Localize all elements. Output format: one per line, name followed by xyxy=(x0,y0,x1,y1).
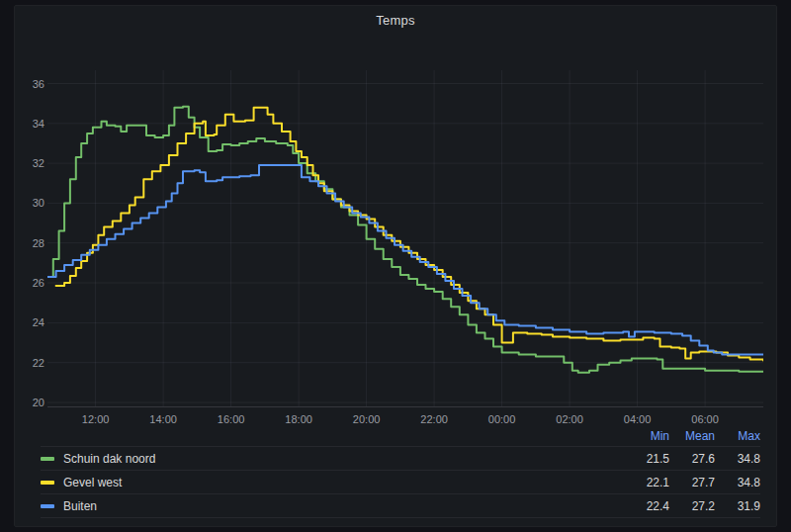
legend-min-value: 22.4 xyxy=(624,499,669,513)
y-axis-label: 22 xyxy=(15,356,44,370)
plot-area xyxy=(47,70,763,406)
legend-row: Gevel west22.127.734.8 xyxy=(41,470,760,493)
x-axis-label: 14:00 xyxy=(135,413,191,426)
y-axis-label: 32 xyxy=(15,156,44,170)
legend-max-value: 34.8 xyxy=(715,476,760,489)
x-axis-label: 12:00 xyxy=(68,413,124,426)
y-axis-label: 24 xyxy=(15,315,44,329)
y-axis-label: 26 xyxy=(15,276,44,290)
legend-series-label: Schuin dak noord xyxy=(63,452,155,466)
legend-series-label: Gevel west xyxy=(63,476,122,489)
x-axis-label: 02:00 xyxy=(542,413,597,426)
y-axis-label: 20 xyxy=(15,396,44,409)
legend-max-value: 31.9 xyxy=(715,499,760,513)
legend-series-toggle[interactable]: Schuin dak noord xyxy=(41,452,624,466)
grid-lines xyxy=(47,70,763,406)
legend-max-value: 34.8 xyxy=(715,452,760,466)
series-color-swatch[interactable] xyxy=(41,481,54,485)
legend-series-toggle[interactable]: Buiten xyxy=(41,499,624,513)
panel-temps: Temps 202224262830323436 12:0014:0016:00… xyxy=(14,5,777,527)
series-color-swatch[interactable] xyxy=(41,504,54,508)
x-axis-label: 20:00 xyxy=(339,413,395,426)
legend-min-value: 21.5 xyxy=(624,452,669,466)
legend-mean-value: 27.2 xyxy=(669,499,715,513)
x-axis-label: 22:00 xyxy=(406,413,462,426)
y-axis-label: 34 xyxy=(15,117,44,131)
legend-header-max[interactable]: Max xyxy=(715,429,760,443)
x-axis-label: 18:00 xyxy=(271,413,326,426)
legend-series-label: Buiten xyxy=(63,499,97,513)
legend-mean-value: 27.6 xyxy=(669,452,715,466)
legend-table: MinMeanMaxSchuin dak noord21.527.634.8Ge… xyxy=(41,426,760,518)
legend-header-min[interactable]: Min xyxy=(624,429,669,443)
legend-row: Schuin dak noord21.527.634.8 xyxy=(41,446,760,470)
legend-header-row: MinMeanMax xyxy=(41,426,760,446)
legend-min-value: 22.1 xyxy=(624,476,669,489)
y-axis-label: 36 xyxy=(15,77,44,91)
x-axis-label: 06:00 xyxy=(677,413,733,426)
panel-title[interactable]: Temps xyxy=(15,13,776,28)
temperature-chart[interactable] xyxy=(47,70,763,407)
x-axis-label: 04:00 xyxy=(610,413,665,426)
x-axis-label: 00:00 xyxy=(475,413,530,426)
series-line xyxy=(47,165,763,355)
series-color-swatch[interactable] xyxy=(41,457,54,461)
y-axis-label: 30 xyxy=(15,196,44,210)
legend-mean-value: 27.7 xyxy=(669,476,715,489)
x-axis-label: 16:00 xyxy=(204,413,259,426)
legend-series-toggle[interactable]: Gevel west xyxy=(41,476,624,489)
y-axis-label: 28 xyxy=(15,236,44,250)
legend-header-mean[interactable]: Mean xyxy=(669,429,715,443)
legend-row: Buiten22.427.231.9 xyxy=(41,493,760,518)
